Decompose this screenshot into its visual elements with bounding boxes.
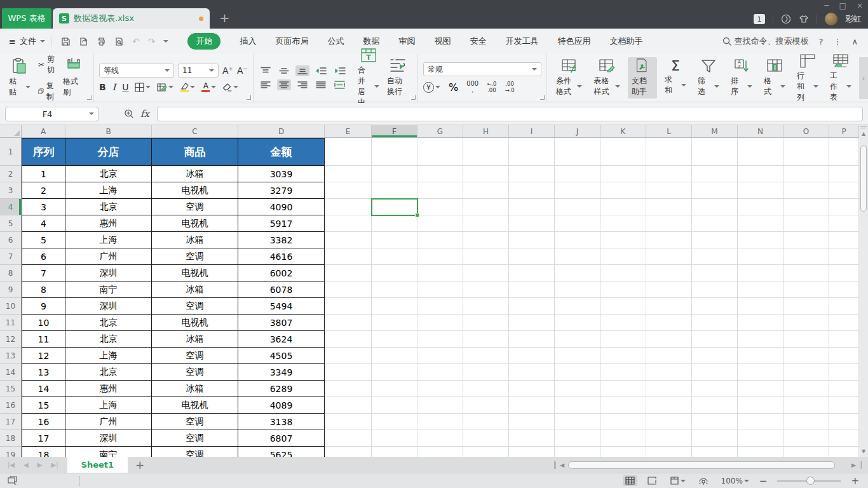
grid-cell-H15[interactable] <box>463 381 509 397</box>
close-button[interactable]: × <box>857 1 863 10</box>
justify-button[interactable] <box>314 79 328 90</box>
grid[interactable]: ABCDEFGHIJKLMNOP1序列分店商品金额21北京冰箱303932上海电… <box>0 125 859 457</box>
fill-cells-button[interactable] <box>157 83 173 92</box>
grid-cell-I18[interactable] <box>509 430 555 447</box>
grid-cell-A1[interactable]: 序列 <box>22 138 65 166</box>
maximize-button[interactable]: □ <box>839 1 846 10</box>
first-sheet-button[interactable]: |◀ <box>8 461 15 468</box>
wrap-text-button[interactable]: 自动换行 <box>383 57 412 98</box>
grid-cell-O16[interactable] <box>783 397 829 414</box>
currency-button[interactable]: ¥ <box>423 82 440 93</box>
grid-cell-K15[interactable] <box>600 381 646 397</box>
grid-cell-M8[interactable] <box>692 265 738 281</box>
worksheet-button[interactable]: 工作表 <box>826 52 855 104</box>
grid-cell-P5[interactable] <box>829 215 859 232</box>
tab-special-apps[interactable]: 特色应用 <box>557 36 590 47</box>
grid-cell-K3[interactable] <box>600 182 646 199</box>
row-header-8[interactable]: 8 <box>0 265 22 281</box>
split-handle-icon[interactable] <box>860 126 867 128</box>
minimize-button[interactable]: ─ <box>824 1 829 10</box>
grid-cell-N7[interactable] <box>738 248 783 265</box>
grid-cell-M4[interactable] <box>692 199 738 215</box>
grid-cell-I17[interactable] <box>509 414 555 430</box>
normal-view-button[interactable] <box>623 475 637 486</box>
grid-cell-F7[interactable] <box>372 248 417 265</box>
tab-insert[interactable]: 插入 <box>240 36 256 47</box>
quickbar-caret-icon[interactable] <box>163 40 168 43</box>
grid-cell-J5[interactable] <box>555 215 600 232</box>
grid-cell-K12[interactable] <box>600 331 646 348</box>
grid-cell-G13[interactable] <box>417 348 463 364</box>
vertical-scrollbar[interactable]: ▲ ▼ <box>859 125 868 457</box>
row-header-6[interactable]: 6 <box>0 232 22 248</box>
grid-cell-E9[interactable] <box>325 281 372 298</box>
grid-cell-J16[interactable] <box>555 397 600 414</box>
decrease-decimal-button[interactable]: ←.0 .00 <box>487 81 496 93</box>
align-top-button[interactable] <box>259 65 273 76</box>
grid-cell-M18[interactable] <box>692 430 738 447</box>
sort-button[interactable]: A Z 排序 <box>727 57 756 98</box>
grid-cell-N15[interactable] <box>738 381 783 397</box>
increase-decimal-button[interactable]: .00 →.0 <box>505 81 514 93</box>
redo-button[interactable]: ↷ <box>148 36 156 46</box>
font-name-combo[interactable]: 等线 <box>99 64 174 78</box>
grid-cell-N19[interactable] <box>738 447 783 457</box>
grid-cell-G15[interactable] <box>417 381 463 397</box>
grid-cell-D3[interactable]: 3279 <box>238 182 325 199</box>
grid-cell-C8[interactable]: 电视机 <box>152 265 238 281</box>
grid-cell-G14[interactable] <box>417 364 463 381</box>
grid-cell-E7[interactable] <box>325 248 372 265</box>
eye-protect-button[interactable] <box>696 475 711 486</box>
next-sheet-button[interactable]: ▶ <box>37 461 43 468</box>
grid-cell-B17[interactable]: 广州 <box>65 414 152 430</box>
column-header-L[interactable]: L <box>646 125 692 138</box>
undo-button[interactable]: ↶ <box>132 36 140 46</box>
grid-cell-H6[interactable] <box>463 232 509 248</box>
grid-cell-K4[interactable] <box>600 199 646 215</box>
grid-cell-I11[interactable] <box>509 315 555 331</box>
grid-cell-J15[interactable] <box>555 381 600 397</box>
grid-cell-J12[interactable] <box>555 331 600 348</box>
grid-cell-P7[interactable] <box>829 248 859 265</box>
grid-cell-E5[interactable] <box>325 215 372 232</box>
grid-cell-D4[interactable]: 4090 <box>238 199 325 215</box>
grid-cell-I4[interactable] <box>509 199 555 215</box>
grid-cell-C16[interactable]: 电视机 <box>152 397 238 414</box>
grid-cell-A12[interactable]: 11 <box>22 331 65 348</box>
grid-cell-A19[interactable]: 18 <box>22 447 65 457</box>
grid-cell-P13[interactable] <box>829 348 859 364</box>
grid-cell-L9[interactable] <box>646 281 692 298</box>
grid-cell-A7[interactable]: 6 <box>22 248 65 265</box>
distributed-button[interactable] <box>332 79 347 90</box>
grid-cell-D7[interactable]: 4616 <box>238 248 325 265</box>
grid-cell-J8[interactable] <box>555 265 600 281</box>
grid-cell-G19[interactable] <box>417 447 463 457</box>
grid-cell-B3[interactable]: 上海 <box>65 182 152 199</box>
grid-cell-H10[interactable] <box>463 298 509 315</box>
grid-cell-M12[interactable] <box>692 331 738 348</box>
grid-cell-N1[interactable] <box>738 138 783 166</box>
last-sheet-button[interactable]: ▶| <box>51 461 58 468</box>
grid-cell-H5[interactable] <box>463 215 509 232</box>
skin-theme-icon[interactable] <box>799 14 809 24</box>
grid-cell-F17[interactable] <box>372 414 417 430</box>
grid-cell-O8[interactable] <box>783 265 829 281</box>
dialog-launcher-icon[interactable] <box>87 95 92 100</box>
grid-cell-I1[interactable] <box>509 138 555 166</box>
grid-cell-A16[interactable]: 15 <box>22 397 65 414</box>
grid-cell-G6[interactable] <box>417 232 463 248</box>
grid-cell-D15[interactable]: 6289 <box>238 381 325 397</box>
row-header-7[interactable]: 7 <box>0 248 22 265</box>
grid-cell-I19[interactable] <box>509 447 555 457</box>
row-header-4[interactable]: 4 <box>0 199 22 215</box>
grid-cell-B19[interactable]: 南宁 <box>65 447 152 457</box>
grid-cell-B15[interactable]: 惠州 <box>65 381 152 397</box>
font-color-button[interactable]: A <box>201 83 216 92</box>
grid-cell-F9[interactable] <box>372 281 417 298</box>
grid-cell-B12[interactable]: 北京 <box>65 331 152 348</box>
grid-cell-E18[interactable] <box>325 430 372 447</box>
name-box[interactable]: F4 <box>5 107 98 121</box>
grid-cell-B18[interactable]: 深圳 <box>65 430 152 447</box>
grid-cell-N5[interactable] <box>738 215 783 232</box>
align-bottom-button[interactable] <box>295 65 309 76</box>
